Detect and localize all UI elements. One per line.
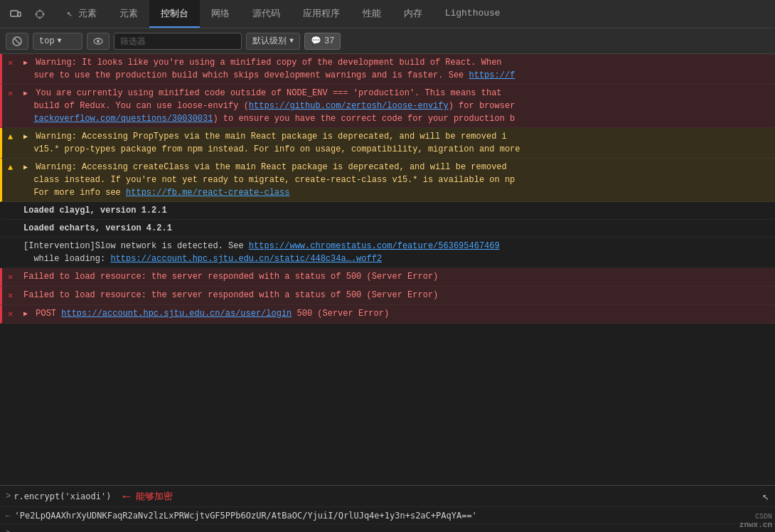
error-icon-2: ✕: [8, 87, 19, 100]
tab-performance[interactable]: 性能: [351, 0, 392, 28]
encrypt-result-value: 'Pe2LpQAAXhrXyUDNKFaqR2aNv2lzLxPRWcjtvGF…: [15, 511, 477, 521]
encrypt-result-row: ← 'Pe2LpQAAXhrXyUDNKFaqR2aNv2lzLxPRWcjtv…: [0, 507, 775, 524]
expand-triangle-icon-2[interactable]: ▶: [23, 88, 28, 99]
context-selector[interactable]: top ▼: [33, 33, 82, 50]
warning-icon: ▲: [8, 131, 19, 144]
log-level-dropdown[interactable]: 默认级别 ▼: [246, 33, 300, 50]
mouse-cursor-icon: ↖: [762, 489, 769, 504]
tab-lighthouse[interactable]: Lighthouse: [434, 0, 512, 28]
create-class-link[interactable]: https://fb.me/react-create-class: [126, 188, 289, 198]
svg-rect-1: [18, 12, 21, 16]
clear-console-button[interactable]: [6, 33, 28, 50]
console-line-content-9: Failed to load resource: the server resp…: [23, 289, 769, 302]
console-line-post-500: ✕ ▶ POST https://account.hpc.sjtu.edu.cn…: [0, 305, 775, 324]
error-icon: ✕: [8, 57, 19, 70]
console-line-react-warning: ✕ ▶ Warning: It looks like you're using …: [0, 54, 775, 85]
watermark-site: znwx.cn: [739, 521, 772, 529]
expand-triangle-icon-4[interactable]: ▶: [23, 162, 28, 173]
eye-icon: [93, 36, 103, 46]
warning-icon-2: ▲: [8, 161, 19, 174]
tab-welcome[interactable]: ↖ 元素: [55, 0, 108, 28]
context-arrow-icon: ▼: [58, 37, 62, 45]
console-toolbar: top ▼ 默认级别 ▼ 💬 37: [0, 28, 775, 54]
annotation-group: ← 能够加密: [122, 489, 173, 504]
expand-triangle-icon[interactable]: ▶: [23, 58, 28, 68]
svg-point-10: [97, 40, 100, 43]
console-line-echarts: Loaded echarts, version 4.2.1: [0, 220, 775, 238]
annotation-label: 能够加密: [136, 490, 173, 503]
error-icon-5: ✕: [8, 308, 19, 321]
console-input[interactable]: [15, 528, 769, 532]
console-line-content-10: ▶ POST https://account.hpc.sjtu.edu.cn/a…: [23, 307, 769, 320]
svg-line-8: [14, 38, 20, 44]
tab-sources[interactable]: 源代码: [241, 0, 292, 28]
console-line-content-2: ▶ You are currently using minified code …: [23, 87, 769, 125]
red-arrow-icon: ←: [122, 489, 130, 504]
console-line-content-7: [Intervention]Slow network is detected. …: [23, 240, 769, 265]
tab-network[interactable]: 网络: [200, 0, 241, 28]
console-line-500-2: ✕ Failed to load resource: the server re…: [0, 287, 775, 305]
console-line-content-3: ▶ Warning: Accessing PropTypes via the m…: [23, 130, 769, 156]
console-line-content-5: Loaded claygl, version 1.2.1: [23, 204, 769, 217]
console-line-content-8: Failed to load resource: the server resp…: [23, 270, 769, 283]
encrypt-command-text: r.encrypt('xiaodi'): [14, 491, 111, 501]
message-bubble-icon: 💬: [311, 36, 321, 46]
result-prefix-icon: ←: [6, 511, 11, 520]
loose-envify-link[interactable]: https://github.com/zertosh/loose-envify: [249, 101, 449, 111]
console-line-createclass-warning: ▲ ▶ Warning: Accessing createClass via t…: [0, 159, 775, 202]
console-bottom: > r.encrypt('xiaodi') ← 能够加密 ↖ ← 'Pe2LpQ…: [0, 485, 775, 532]
console-prompt-icon: >: [6, 528, 11, 532]
tab-memory[interactable]: 内存: [392, 0, 434, 28]
console-line-500-1: ✕ Failed to load resource: the server re…: [0, 268, 775, 287]
error-icon-3: ✕: [8, 271, 19, 284]
eye-filter-button[interactable]: [87, 33, 109, 50]
woff2-link[interactable]: https://account.hpc.sjtu.edu.cn/static/4…: [110, 254, 382, 264]
log-level-label: 默认级别: [252, 35, 287, 47]
filter-input[interactable]: [114, 33, 242, 50]
tab-elements[interactable]: 元素: [108, 0, 149, 28]
tab-console[interactable]: 控制台: [149, 0, 200, 28]
console-line-intervention: [Intervention]Slow network is detected. …: [0, 238, 775, 268]
console-line-content: ▶ Warning: It looks like you're using a …: [23, 56, 769, 82]
message-count: 37: [324, 36, 334, 46]
error-icon-4: ✕: [8, 289, 19, 302]
message-count-badge: 💬 37: [304, 33, 341, 50]
console-line-redux-warning: ✕ ▶ You are currently using minified cod…: [0, 85, 775, 128]
svg-rect-0: [11, 11, 18, 16]
nav-icon-group: [0, 0, 55, 28]
watermark: CSDN znwx.cn: [739, 513, 772, 529]
react-docs-link[interactable]: https://f: [469, 70, 515, 80]
console-line-content-4: ▶ Warning: Accessing createClass via the…: [23, 161, 769, 199]
console-input-row: >: [0, 524, 775, 532]
device-toggle-icon[interactable]: [6, 4, 26, 24]
chromestatus-link[interactable]: https://www.chromestatus.com/feature/563…: [249, 241, 500, 251]
top-nav: ↖ 元素 元素 控制台 网络 源代码 应用程序 性能 内存 Lighthouse: [0, 0, 775, 28]
tab-application[interactable]: 应用程序: [292, 0, 351, 28]
inspect-icon[interactable]: [30, 4, 50, 24]
encrypt-command-row: > r.encrypt('xiaodi') ← 能够加密 ↖: [0, 486, 775, 507]
context-value: top: [39, 36, 55, 46]
level-chevron-icon: ▼: [289, 37, 294, 45]
clear-icon: [12, 36, 22, 46]
console-line-proptypes-warning: ▲ ▶ Warning: Accessing PropTypes via the…: [0, 128, 775, 159]
expand-triangle-icon-3[interactable]: ▶: [23, 132, 28, 142]
stackoverflow-link[interactable]: tackoverflow.com/questions/30030031: [33, 114, 213, 124]
console-line-content-6: Loaded echarts, version 4.2.1: [23, 222, 769, 235]
watermark-csdn: CSDN: [755, 513, 772, 521]
login-endpoint-link[interactable]: https://account.hpc.sjtu.edu.cn/as/user/…: [61, 309, 292, 319]
console-line-claygl: Loaded claygl, version 1.2.1: [0, 202, 775, 220]
console-output: ✕ ▶ Warning: It looks like you're using …: [0, 54, 775, 485]
input-prompt-icon: >: [6, 491, 11, 501]
expand-triangle-icon-5[interactable]: ▶: [23, 309, 28, 319]
